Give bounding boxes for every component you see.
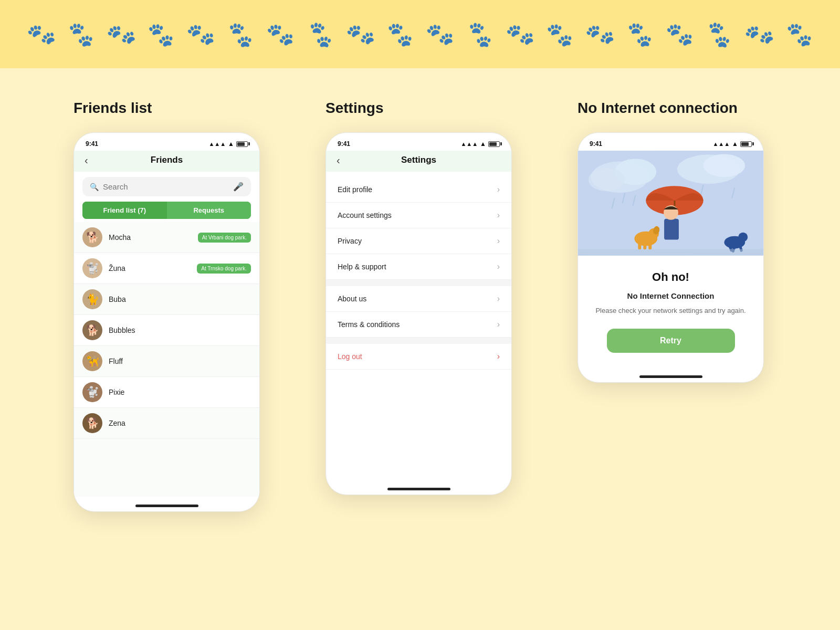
avatar: 🐕 <box>82 227 102 247</box>
wifi-icon: ▲ <box>480 140 486 148</box>
friend-name: Fluff <box>109 357 251 365</box>
settings-item-logout[interactable]: Log out › <box>326 344 511 370</box>
svg-rect-22 <box>638 243 641 250</box>
home-bar <box>578 368 763 382</box>
settings-title: Settings <box>326 100 383 117</box>
paw-icon: 🐾 <box>784 20 814 48</box>
no-internet-description: Please check your network settings and t… <box>591 306 751 316</box>
paw-icon: 🐾 <box>224 18 257 50</box>
settings-item-help-support[interactable]: Help & support › <box>326 254 511 280</box>
paw-icon: 🐾 <box>742 17 777 51</box>
location-badge: At Trnsko dog park. <box>197 264 251 274</box>
no-internet-time: 9:41 <box>590 140 602 148</box>
svg-rect-24 <box>648 243 652 250</box>
avatar: 🐕 <box>82 413 102 433</box>
signal-icon: ▲▲▲ <box>460 141 478 147</box>
svg-point-5 <box>704 154 746 177</box>
paw-icon: 🐾 <box>344 18 377 50</box>
paw-icon: 🐾 <box>25 18 58 50</box>
settings-item-terms-conditions[interactable]: Terms & conditions › <box>326 312 511 338</box>
paw-icon: 🐾 <box>146 20 175 48</box>
paw-icon: 🐾 <box>385 19 415 49</box>
friend-name: Pixie <box>109 388 251 396</box>
no-internet-title: No Internet connection <box>578 100 738 117</box>
settings-item-about-us[interactable]: About us › <box>326 286 511 312</box>
settings-item-label: Privacy <box>338 237 362 245</box>
no-internet-phone-mockup: 9:41 ▲▲▲ ▲ <box>578 132 764 383</box>
paw-icon: 🐾 <box>425 19 455 49</box>
no-internet-section: No Internet connection 9:41 ▲▲▲ ▲ <box>578 100 766 383</box>
friends-status-bar: 9:41 ▲▲▲ ▲ <box>74 133 259 151</box>
list-item[interactable]: 🐩 Pixie <box>74 377 259 408</box>
chevron-right-icon: › <box>497 185 500 194</box>
retry-button[interactable]: Retry <box>607 329 735 353</box>
paw-icon: 🐾 <box>503 19 536 50</box>
no-internet-status-icons: ▲▲▲ ▲ <box>712 140 752 148</box>
home-indicator <box>387 488 450 490</box>
settings-back-button[interactable]: ‹ <box>337 154 340 166</box>
svg-rect-17 <box>664 219 679 240</box>
home-bar <box>74 497 259 511</box>
friends-search-bar[interactable]: 🔍 🎤 <box>82 177 251 196</box>
wifi-icon: ▲ <box>732 140 738 148</box>
settings-status-bar: 9:41 ▲▲▲ ▲ <box>326 133 511 151</box>
home-bar <box>326 480 511 495</box>
paw-icon: 🐾 <box>303 17 338 51</box>
settings-logout-label: Log out <box>338 352 362 361</box>
paw-icon: 🐾 <box>665 20 694 48</box>
settings-nav-title: Settings <box>401 155 436 165</box>
search-icon: 🔍 <box>90 183 99 191</box>
settings-nav: ‹ Settings <box>326 151 511 172</box>
friend-name: Bubbles <box>109 326 251 334</box>
settings-item-label: About us <box>338 295 366 303</box>
svg-rect-23 <box>643 243 646 250</box>
avatar: 🦮 <box>82 351 102 371</box>
list-item[interactable]: 🐕 Bubbles <box>74 315 259 346</box>
list-item[interactable]: 🐩 Žuna At Trnsko dog park. <box>74 253 259 284</box>
chevron-right-icon: › <box>497 352 500 361</box>
friends-nav: ‹ Friends <box>74 151 259 172</box>
friend-name: Buba <box>109 295 251 303</box>
settings-item-privacy[interactable]: Privacy › <box>326 228 511 254</box>
search-input[interactable] <box>103 182 229 191</box>
svg-rect-30 <box>578 249 763 256</box>
tab-requests[interactable]: Requests <box>167 202 251 219</box>
list-item[interactable]: 🐈 Buba <box>74 284 259 315</box>
settings-item-label: Terms & conditions <box>338 320 400 329</box>
settings-item-label: Account settings <box>338 211 392 219</box>
paw-icon: 🐾 <box>623 19 655 50</box>
settings-item-label: Edit profile <box>338 185 372 194</box>
list-item[interactable]: 🦮 Fluff <box>74 346 259 377</box>
list-item[interactable]: 🐕 Zena <box>74 408 259 439</box>
settings-divider <box>326 338 511 344</box>
svg-point-26 <box>738 233 748 242</box>
settings-phone-mockup: 9:41 ▲▲▲ ▲ ‹ Settings Edit profile › <box>326 132 512 495</box>
friends-list-section: Friends list 9:41 ▲▲▲ ▲ ‹ Friends 🔍 🎤 <box>74 100 262 512</box>
oh-no-title: Oh no! <box>591 270 751 284</box>
mic-icon[interactable]: 🎤 <box>233 182 244 192</box>
paw-icon: 🐾 <box>463 18 497 51</box>
list-item[interactable]: 🐕 Mocha At Vrbani dog park. <box>74 222 259 253</box>
settings-item-edit-profile[interactable]: Edit profile › <box>326 177 511 203</box>
settings-item-label: Help & support <box>338 262 386 271</box>
friends-list: 🐕 Mocha At Vrbani dog park. 🐩 Žuna At Tr… <box>74 222 259 497</box>
battery-icon <box>488 141 500 147</box>
no-internet-status-bar: 9:41 ▲▲▲ ▲ <box>578 133 763 151</box>
svg-point-3 <box>589 168 625 191</box>
signal-icon: ▲▲▲ <box>208 141 226 147</box>
tab-friend-list[interactable]: Friend list (7) <box>82 202 167 219</box>
paw-header: 🐾 🐾 🐾 🐾 🐾 🐾 🐾 🐾 🐾 🐾 🐾 🐾 🐾 🐾 🐾 🐾 🐾 🐾 🐾 🐾 <box>0 0 840 68</box>
friends-nav-title: Friends <box>151 155 183 165</box>
friends-time: 9:41 <box>86 140 98 148</box>
screens-container: Friends list 9:41 ▲▲▲ ▲ ‹ Friends 🔍 🎤 <box>0 68 840 554</box>
settings-section: Settings 9:41 ▲▲▲ ▲ ‹ Settings Edit prof… <box>326 100 514 495</box>
location-badge: At Vrbani dog park. <box>198 233 251 243</box>
settings-item-account-settings[interactable]: Account settings › <box>326 203 511 228</box>
chevron-right-icon: › <box>497 294 500 303</box>
battery-icon <box>740 141 752 147</box>
friends-back-button[interactable]: ‹ <box>85 154 88 166</box>
settings-divider <box>326 280 511 286</box>
chevron-right-icon: › <box>497 211 500 220</box>
settings-time: 9:41 <box>338 140 350 148</box>
wifi-icon: ▲ <box>228 140 234 148</box>
